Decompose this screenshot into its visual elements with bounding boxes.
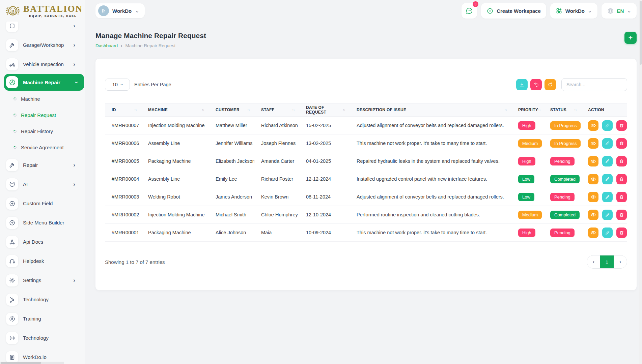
- eye-icon: [590, 212, 596, 218]
- sidebar-item-technology-2[interactable]: Technology: [0, 328, 85, 347]
- repair-request-card: 10 › Entries Per Page ID↑↓ MACHINE: [95, 59, 637, 290]
- column-header-status[interactable]: STATUS↑↓: [543, 108, 581, 112]
- sidebar-item-machine-repair[interactable]: Machine Repair ›: [4, 74, 84, 91]
- pagination: ‹ 1 ›: [587, 255, 627, 269]
- edit-button[interactable]: [602, 174, 613, 184]
- entries-per-page-select[interactable]: 10 ›: [105, 79, 130, 91]
- cell-staff: Kevin Brown: [254, 194, 299, 200]
- delete-button[interactable]: [616, 210, 627, 220]
- messages-button[interactable]: 0: [462, 3, 477, 19]
- workdo-menu-button[interactable]: WorkDo ⌄: [550, 3, 597, 19]
- column-header-staff[interactable]: STAFF↑↓: [254, 108, 299, 112]
- edit-button[interactable]: [602, 156, 613, 166]
- wrench-icon: [6, 39, 18, 51]
- column-header-machine[interactable]: MACHINE↑↓: [141, 108, 209, 112]
- reset-button[interactable]: [530, 79, 542, 90]
- view-button[interactable]: [588, 228, 598, 238]
- search-input[interactable]: [561, 78, 627, 91]
- breadcrumb: Dashboard › Machine Repair Request: [95, 43, 206, 48]
- view-button[interactable]: [588, 120, 598, 131]
- chevron-right-icon: ›: [73, 23, 75, 29]
- pencil-icon: [605, 230, 610, 235]
- delete-button[interactable]: [616, 120, 627, 131]
- sidebar-subitem-machine[interactable]: Machine: [0, 91, 85, 107]
- sidebar-item-repair[interactable]: Repair ›: [0, 155, 85, 175]
- sidebar-horizontal-scrollbar-thumb[interactable]: [1, 362, 41, 364]
- edit-button[interactable]: [602, 228, 613, 238]
- edit-button[interactable]: [602, 210, 613, 220]
- refresh-button[interactable]: [545, 79, 556, 90]
- sidebar-item-api-docs[interactable]: Api Docs: [0, 232, 85, 251]
- table-row: #MRR00006 Assembly Line Jennifer William…: [105, 134, 627, 152]
- view-button[interactable]: [588, 174, 598, 184]
- sidebar-subitem-repair-history[interactable]: Repair History: [0, 123, 85, 139]
- column-header-date[interactable]: DATE OF REQUEST↑↓: [299, 105, 350, 115]
- priority-badge: High: [518, 229, 535, 237]
- workspace-selector[interactable]: WorkDo ⌄: [95, 3, 145, 18]
- cell-machine: Assembly Line: [141, 176, 209, 182]
- table-row: #MRR00004 Assembly Line Emily Lee Richar…: [105, 170, 627, 188]
- sidebar-item-settings[interactable]: Settings ›: [0, 271, 85, 290]
- sidebar-subitem-repair-request[interactable]: Repair Request: [0, 107, 85, 123]
- sidebar-item-helpdesk[interactable]: Helpdesk: [0, 251, 85, 271]
- view-button[interactable]: [588, 138, 598, 149]
- sidebar-item-training[interactable]: Training: [0, 309, 85, 328]
- column-header-customer[interactable]: CUSTOMER↑↓: [209, 108, 254, 112]
- delete-button[interactable]: [616, 192, 627, 202]
- sidebar-item-hidden[interactable]: ›: [0, 22, 85, 35]
- cell-id: #MRR00001: [105, 230, 141, 235]
- status-badge: Pending: [550, 157, 575, 165]
- edit-button[interactable]: [602, 192, 613, 202]
- view-button[interactable]: [588, 210, 598, 220]
- sidebar-item-ai[interactable]: AI ›: [0, 175, 85, 194]
- breadcrumb-dashboard-link[interactable]: Dashboard: [95, 43, 118, 48]
- table-row: #MRR00005 Packaging Machine Elizabeth Ja…: [105, 152, 627, 170]
- cell-description: This machine not work proper. it's take …: [350, 141, 511, 146]
- view-button[interactable]: [588, 156, 598, 166]
- view-button[interactable]: [588, 192, 598, 202]
- page-title: Manage Machine Repair Request: [95, 32, 206, 40]
- sidebar-subitem-service-agreement[interactable]: Service Agreement: [0, 139, 85, 155]
- brand-logo[interactable]: B BATTALION EQUIP, EXECUTE, EXEL: [0, 0, 85, 22]
- chevron-right-icon: ›: [73, 181, 75, 187]
- laurel-badge-icon: B: [5, 3, 21, 19]
- sidebar-item-side-menu-builder[interactable]: Side Menu Builder: [0, 213, 85, 232]
- delete-button[interactable]: [616, 138, 627, 149]
- undo-arrow-icon: [533, 82, 539, 87]
- cell-date: 15-02-2025: [299, 123, 350, 128]
- vertical-scrollbar-thumb[interactable]: [640, 1, 642, 65]
- brand-name: BATTALION: [23, 4, 83, 13]
- sidebar-item-vehicle-inspection[interactable]: Vehicle Inspection ›: [0, 55, 85, 74]
- previous-page-button[interactable]: ‹: [587, 255, 600, 268]
- sidebar-item-garage-workshop[interactable]: Garage/Workshop ›: [0, 35, 85, 55]
- vertical-scrollbar[interactable]: [639, 0, 642, 364]
- chevron-down-icon: ›: [119, 84, 124, 85]
- next-page-button[interactable]: ›: [614, 255, 627, 268]
- sidebar-horizontal-scrollbar[interactable]: [0, 362, 64, 364]
- pencil-icon: [605, 194, 610, 200]
- language-selector[interactable]: EN ⌄: [602, 3, 637, 19]
- export-button[interactable]: [516, 79, 528, 90]
- priority-badge: High: [518, 121, 535, 130]
- cell-customer: Emily Lee: [209, 176, 254, 182]
- ring-bullet-icon: [13, 97, 17, 101]
- column-header-description[interactable]: DESCRIPTION OF ISSUE↑↓: [350, 108, 511, 112]
- delete-button[interactable]: [616, 228, 627, 238]
- add-repair-request-button[interactable]: +: [624, 32, 637, 44]
- sidebar-item-technology-1[interactable]: Technology: [0, 290, 85, 309]
- pencil-icon: [605, 159, 610, 164]
- headphones-icon: [6, 255, 18, 267]
- page-number-active[interactable]: 1: [600, 255, 614, 268]
- chat-bubble-icon: [465, 7, 473, 15]
- delete-button[interactable]: [616, 174, 627, 184]
- motorcycle-icon: [6, 58, 18, 70]
- delete-button[interactable]: [616, 156, 627, 166]
- column-header-id[interactable]: ID↑↓: [105, 108, 141, 112]
- create-workspace-button[interactable]: Create Workspace: [481, 3, 546, 19]
- cell-machine: Packaging Machine: [141, 230, 209, 235]
- edit-button[interactable]: [602, 120, 613, 131]
- edit-button[interactable]: [602, 138, 613, 149]
- column-header-priority[interactable]: PRIORITY↑↓: [511, 108, 543, 112]
- cell-id: #MRR00005: [105, 158, 141, 164]
- sidebar-item-custom-field[interactable]: Custom Field: [0, 194, 85, 213]
